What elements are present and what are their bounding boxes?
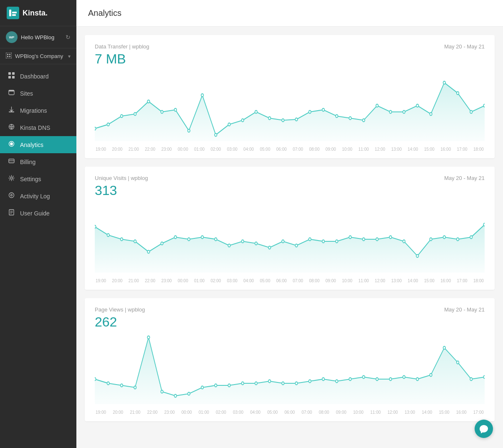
x-label: 06:00 xyxy=(276,147,287,152)
nav-icon xyxy=(8,141,15,149)
x-label: 01:00 xyxy=(199,410,209,415)
x-label: 12:00 xyxy=(387,410,398,415)
x-label: 03:00 xyxy=(233,410,243,415)
x-label: 21:00 xyxy=(129,278,139,283)
x-label: 09:00 xyxy=(326,147,336,152)
nav-icon xyxy=(8,124,15,132)
svg-point-45 xyxy=(322,109,325,111)
x-label: 16:00 xyxy=(440,147,451,152)
nav-icon xyxy=(8,158,15,166)
svg-point-115 xyxy=(457,361,459,364)
sidebar-item-dashboard[interactable]: Dashboard xyxy=(0,68,76,85)
svg-point-92 xyxy=(147,336,150,339)
svg-rect-4 xyxy=(7,54,8,55)
svg-point-39 xyxy=(241,119,244,122)
user-name: Hello WPBlog xyxy=(21,34,62,40)
logo-icon xyxy=(7,7,19,19)
svg-point-61 xyxy=(134,240,136,243)
svg-point-64 xyxy=(174,236,177,239)
x-label: 13:00 xyxy=(391,278,402,283)
svg-point-97 xyxy=(215,384,217,387)
x-label: 04:00 xyxy=(243,278,254,283)
page-title: Analytics xyxy=(88,8,491,18)
x-label: 19:00 xyxy=(96,147,106,152)
svg-point-70 xyxy=(255,242,258,245)
x-label: 04:00 xyxy=(250,410,260,415)
sidebar: Kinsta. WP Hello WPBlog ↻ WPBlog's Compa… xyxy=(0,0,76,448)
user-section: WP Hello WPBlog ↻ xyxy=(0,26,76,48)
svg-point-49 xyxy=(376,104,379,107)
svg-point-72 xyxy=(282,240,284,243)
chart-svg xyxy=(95,202,485,273)
svg-point-55 xyxy=(457,92,459,95)
x-label: 09:00 xyxy=(326,278,336,283)
sidebar-item-migrations[interactable]: Migrations xyxy=(0,102,76,119)
svg-point-74 xyxy=(308,238,311,241)
nav-label: Sites xyxy=(20,90,33,97)
x-label: 03:00 xyxy=(227,147,238,152)
x-label: 18:00 xyxy=(473,147,484,152)
chart-card-2: Page Views | wpblog May 20 - May 21 262 … xyxy=(85,298,495,421)
x-label: 06:00 xyxy=(284,410,295,415)
svg-point-50 xyxy=(389,111,392,114)
chart-label: Page Views | wpblog xyxy=(95,306,145,313)
svg-point-88 xyxy=(95,378,96,381)
chat-button[interactable] xyxy=(475,420,493,438)
sidebar-item-sites[interactable]: Sites xyxy=(0,85,76,102)
sidebar-item-settings[interactable]: Settings xyxy=(0,170,76,187)
logo-area: Kinsta. xyxy=(0,0,76,26)
x-label: 19:00 xyxy=(96,278,106,283)
svg-point-113 xyxy=(430,374,432,377)
sidebar-item-activity-log[interactable]: Activity Log xyxy=(0,187,76,205)
svg-point-79 xyxy=(376,238,379,241)
company-name: WPBlog's Company xyxy=(15,53,65,59)
company-icon xyxy=(6,53,12,60)
x-label: 11:00 xyxy=(370,410,381,415)
svg-rect-2 xyxy=(12,14,16,16)
company-section[interactable]: WPBlog's Company ▾ xyxy=(0,48,76,64)
chart-svg xyxy=(95,333,485,404)
sidebar-item-kinsta-dns[interactable]: Kinsta DNS xyxy=(0,119,76,136)
chart-svg xyxy=(95,70,485,141)
x-label: 02:00 xyxy=(210,147,221,152)
x-label: 22:00 xyxy=(145,147,155,152)
svg-point-82 xyxy=(416,255,419,258)
svg-point-96 xyxy=(201,386,204,389)
svg-point-93 xyxy=(161,390,163,393)
sidebar-item-analytics[interactable]: Analytics xyxy=(0,136,76,153)
svg-point-76 xyxy=(336,240,338,243)
nav-menu: DashboardSitesMigrationsKinsta DNSAnalyt… xyxy=(0,64,76,448)
x-label: 16:00 xyxy=(440,278,451,283)
svg-point-80 xyxy=(389,236,392,239)
x-label: 10:00 xyxy=(353,410,364,415)
svg-point-57 xyxy=(483,104,485,107)
svg-point-117 xyxy=(483,376,485,379)
svg-point-71 xyxy=(268,246,271,249)
nav-icon xyxy=(8,175,15,183)
chart-card-0: Data Transfer | wpblog May 20 - May 21 7… xyxy=(85,35,495,158)
svg-point-95 xyxy=(188,392,190,395)
chart-card-1: Unique Visits | wpblog May 20 - May 21 3… xyxy=(85,167,495,290)
svg-point-90 xyxy=(121,384,123,387)
x-label: 03:00 xyxy=(227,278,238,283)
svg-point-30 xyxy=(121,115,123,118)
logo-text: Kinsta. xyxy=(23,9,48,18)
nav-label: Dashboard xyxy=(20,73,49,80)
sidebar-item-user-guide[interactable]: User Guide xyxy=(0,205,76,222)
x-label: 00:00 xyxy=(178,278,188,283)
x-label: 05:00 xyxy=(260,278,270,283)
x-label: 05:00 xyxy=(260,147,270,152)
charts-container: Data Transfer | wpblog May 20 - May 21 7… xyxy=(76,27,503,448)
svg-point-110 xyxy=(389,378,392,381)
refresh-icon[interactable]: ↻ xyxy=(66,34,71,40)
x-label: 14:00 xyxy=(408,278,418,283)
x-label: 08:00 xyxy=(319,410,329,415)
nav-label: Kinsta DNS xyxy=(20,124,50,131)
x-label: 04:00 xyxy=(243,147,254,152)
svg-point-21 xyxy=(10,177,13,179)
chart-svg-container xyxy=(95,333,485,408)
nav-icon xyxy=(8,89,15,97)
svg-point-37 xyxy=(215,134,217,137)
sidebar-item-billing[interactable]: Billing xyxy=(0,153,76,170)
x-label: 18:00 xyxy=(473,278,484,283)
